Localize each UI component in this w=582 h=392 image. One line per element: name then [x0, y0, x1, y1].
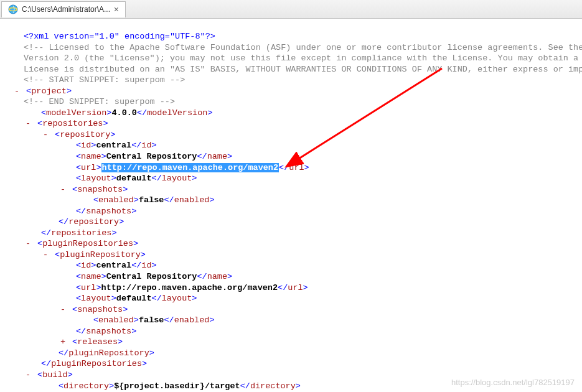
close-icon[interactable]: ×: [114, 4, 119, 14]
plugin-repositories-tag: pluginRepositories: [42, 239, 133, 248]
plugin-repository-tag: pluginRepository: [60, 250, 141, 259]
collapse-toggle[interactable]: -: [59, 184, 67, 195]
name-value: Central Repository: [106, 152, 197, 161]
collapse-toggle[interactable]: -: [12, 86, 21, 97]
repositories-tag: repositories: [42, 119, 103, 128]
url-value: http://repo.maven.apache.org/maven2: [101, 283, 278, 292]
comment: <!-- END SNIPPET: superpom -->: [24, 97, 175, 106]
collapse-toggle[interactable]: -: [41, 250, 50, 261]
collapse-toggle[interactable]: -: [24, 238, 32, 250]
url-value-highlighted[interactable]: http://repo.maven.apache.org/maven2: [101, 163, 279, 172]
collapse-toggle[interactable]: -: [24, 370, 32, 381]
project-tag: project: [31, 86, 67, 96]
name-tag: name: [81, 152, 101, 161]
build-tag: build: [42, 370, 68, 380]
expand-toggle[interactable]: +: [59, 337, 67, 348]
collapse-toggle[interactable]: -: [24, 118, 32, 129]
url-tag: url: [81, 163, 96, 172]
id-value: central: [96, 141, 131, 150]
comment: <!-- START SNIPPET: superpom -->: [24, 75, 185, 85]
xml-declaration: <?xml version="1.0" encoding="UTF-8"?>: [24, 32, 215, 41]
comment: Version 2.0 (the "License"); you may not…: [24, 54, 582, 63]
snapshots-tag: snapshots: [77, 185, 123, 194]
tab-title: C:\Users\Administrator\A...: [22, 5, 110, 14]
collapse-toggle[interactable]: -: [59, 304, 67, 315]
directory-value: ${project.basedir}/target: [114, 381, 240, 391]
model-version-value: 4.0.0: [111, 108, 137, 118]
comment: License is distributed on an "AS IS" BAS…: [24, 65, 582, 74]
releases-tag: releases: [77, 337, 118, 347]
layout-tag: layout: [81, 174, 111, 183]
repository-tag: repository: [60, 130, 110, 139]
watermark: https://blog.csdn.net/lgl782519197: [451, 378, 575, 387]
browser-tab[interactable]: C:\Users\Administrator\A... ×: [1, 1, 126, 17]
ie-icon: [8, 4, 18, 14]
enabled-value: false: [139, 195, 164, 205]
layout-value: default: [116, 174, 152, 183]
enabled-tag: enabled: [98, 195, 134, 205]
tab-bar: C:\Users\Administrator\A... ×: [0, 0, 582, 19]
id-tag: id: [81, 141, 91, 150]
collapse-toggle[interactable]: -: [41, 129, 50, 141]
svg-point-0: [9, 5, 17, 14]
model-version-tag: modelVersion: [46, 108, 106, 118]
xml-viewer: <?xml version="1.0" encoding="UTF-8"?> <…: [0, 19, 582, 392]
comment: <!-- Licensed to the Apache Software Fou…: [24, 43, 582, 52]
directory-tag: directory: [63, 381, 109, 391]
